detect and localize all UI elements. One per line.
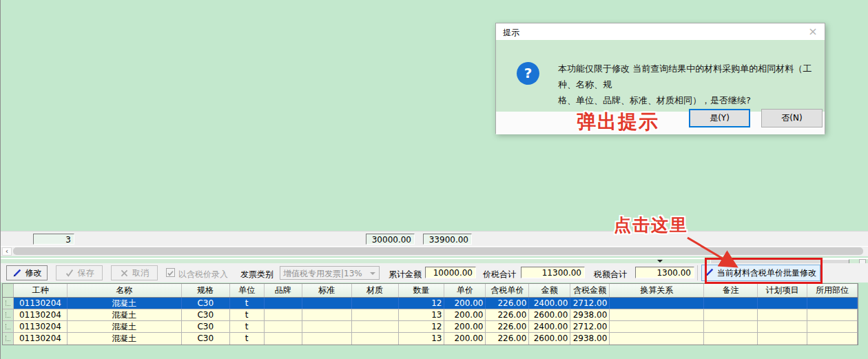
column-header[interactable]: 单位 — [230, 284, 265, 297]
dialog-titlebar[interactable]: 提示 × — [496, 23, 825, 40]
column-header[interactable]: 含税单价 — [486, 284, 529, 297]
table-cell[interactable] — [704, 309, 758, 320]
cumulative-amount-field[interactable]: 10000.00 — [425, 267, 476, 278]
table-cell[interactable]: C30 — [182, 333, 230, 345]
table-cell[interactable]: 13 — [399, 333, 445, 345]
table-row[interactable]: 01130204混凝土C30t13200.00226.002600.002938… — [3, 333, 858, 345]
column-header[interactable]: 单价 — [444, 284, 486, 297]
table-cell[interactable]: C30 — [182, 321, 230, 332]
table-cell[interactable] — [352, 309, 399, 320]
column-header[interactable]: 备注 — [704, 284, 758, 297]
table-cell[interactable] — [807, 309, 858, 320]
table-cell[interactable]: t — [230, 321, 265, 332]
column-header[interactable]: 材质 — [352, 284, 399, 297]
table-cell[interactable]: 01130204 — [14, 298, 68, 309]
table-cell[interactable]: C30 — [182, 298, 230, 309]
table-cell[interactable] — [610, 298, 704, 309]
table-cell[interactable]: 200.00 — [444, 309, 486, 320]
column-header[interactable]: 含税金额 — [570, 284, 610, 297]
table-cell[interactable] — [302, 298, 352, 309]
table-cell[interactable]: 226.00 — [486, 321, 529, 332]
table-cell[interactable] — [265, 309, 302, 320]
table-cell[interactable]: 2938.00 — [570, 333, 610, 345]
table-cell[interactable] — [302, 309, 352, 320]
table-cell[interactable]: 2400.00 — [529, 321, 570, 332]
table-cell[interactable]: 12 — [399, 298, 445, 309]
table-cell[interactable] — [265, 333, 302, 345]
table-cell[interactable]: t — [230, 309, 265, 320]
close-icon[interactable]: × — [807, 25, 819, 38]
table-cell[interactable]: 13 — [399, 309, 445, 320]
table-cell[interactable]: 混凝土 — [68, 298, 182, 309]
no-button[interactable]: 否(N) — [761, 109, 823, 127]
table-cell[interactable] — [302, 321, 352, 332]
table-cell[interactable] — [704, 333, 758, 345]
table-cell[interactable]: 混凝土 — [68, 321, 182, 332]
table-cell[interactable] — [352, 298, 399, 309]
table-cell[interactable]: 2712.00 — [570, 321, 610, 332]
column-header[interactable]: 计划项目 — [758, 284, 807, 297]
table-cell[interactable]: 混凝土 — [68, 333, 182, 345]
table-cell[interactable] — [265, 321, 302, 332]
table-cell[interactable] — [758, 298, 807, 309]
table-cell[interactable] — [610, 321, 704, 332]
price-tax-total-field[interactable]: 11300.00 — [521, 267, 585, 278]
table-cell[interactable]: 2400.00 — [529, 298, 570, 309]
tax-price-entry-checkbox[interactable] — [166, 268, 175, 277]
batch-modify-tax-price-button[interactable]: 当前材料含税单价批量修改 — [701, 265, 820, 281]
table-cell[interactable] — [704, 298, 758, 309]
table-cell[interactable]: 226.00 — [486, 309, 529, 320]
row-indicator[interactable] — [3, 309, 14, 320]
table-cell[interactable]: 226.00 — [486, 298, 529, 309]
table-cell[interactable]: 01130204 — [14, 333, 68, 345]
column-header[interactable]: 所用部位 — [807, 284, 858, 297]
table-cell[interactable]: 混凝土 — [68, 309, 182, 320]
chevron-down-icon[interactable] — [657, 260, 663, 263]
save-button[interactable]: 保存 — [56, 265, 103, 280]
horizontal-scrollbar[interactable]: ‹ — [1, 246, 868, 256]
table-cell[interactable] — [265, 298, 302, 309]
table-cell[interactable]: 2600.00 — [529, 333, 570, 345]
column-header[interactable]: 工种 — [14, 284, 68, 297]
column-header[interactable]: 标准 — [302, 284, 352, 297]
scroll-left-arrow-icon[interactable]: ‹ — [2, 247, 12, 256]
table-cell[interactable]: 200.00 — [444, 333, 486, 345]
table-cell[interactable] — [704, 321, 758, 332]
table-cell[interactable]: 200.00 — [444, 321, 486, 332]
table-cell[interactable] — [610, 309, 704, 320]
table-cell[interactable] — [807, 298, 858, 309]
yes-button[interactable]: 是(Y) — [689, 109, 750, 127]
column-header[interactable]: 品牌 — [265, 284, 302, 297]
table-cell[interactable] — [807, 321, 858, 332]
row-indicator[interactable] — [3, 321, 14, 332]
scrollbar-thumb[interactable] — [13, 247, 863, 255]
table-cell[interactable] — [610, 333, 704, 345]
modify-button[interactable]: 修改 — [6, 265, 48, 280]
column-header[interactable]: 规格 — [182, 284, 230, 297]
table-cell[interactable]: 200.00 — [444, 298, 486, 309]
column-header[interactable]: 名称 — [68, 284, 182, 297]
table-row[interactable]: 01130204混凝土C30t12200.00226.002400.002712… — [3, 298, 858, 309]
cancel-button[interactable]: 取消 — [111, 265, 158, 280]
table-cell[interactable]: 12 — [399, 321, 445, 332]
table-cell[interactable] — [302, 333, 352, 345]
table-cell[interactable]: 01130204 — [14, 309, 68, 320]
table-cell[interactable] — [352, 321, 399, 332]
table-cell[interactable] — [758, 309, 807, 320]
table-cell[interactable] — [352, 333, 399, 345]
table-cell[interactable] — [758, 333, 807, 345]
table-cell[interactable]: C30 — [182, 309, 230, 320]
table-cell[interactable] — [758, 321, 807, 332]
table-cell[interactable]: 2712.00 — [570, 298, 610, 309]
row-indicator[interactable] — [3, 333, 14, 345]
row-indicator[interactable] — [3, 298, 14, 309]
column-header[interactable]: 金额 — [529, 284, 570, 297]
table-row[interactable]: 01130204混凝土C30t12200.00226.002400.002712… — [3, 321, 858, 333]
table-cell[interactable]: 226.00 — [486, 333, 529, 345]
table-row[interactable]: 01130204混凝土C30t13200.00226.002600.002938… — [3, 309, 858, 321]
table-cell[interactable]: 2938.00 — [570, 309, 610, 320]
table-cell[interactable]: 2600.00 — [529, 309, 570, 320]
table-cell[interactable]: t — [230, 333, 265, 345]
tax-total-field[interactable]: 1300.00 — [635, 267, 694, 278]
table-cell[interactable] — [807, 333, 858, 345]
